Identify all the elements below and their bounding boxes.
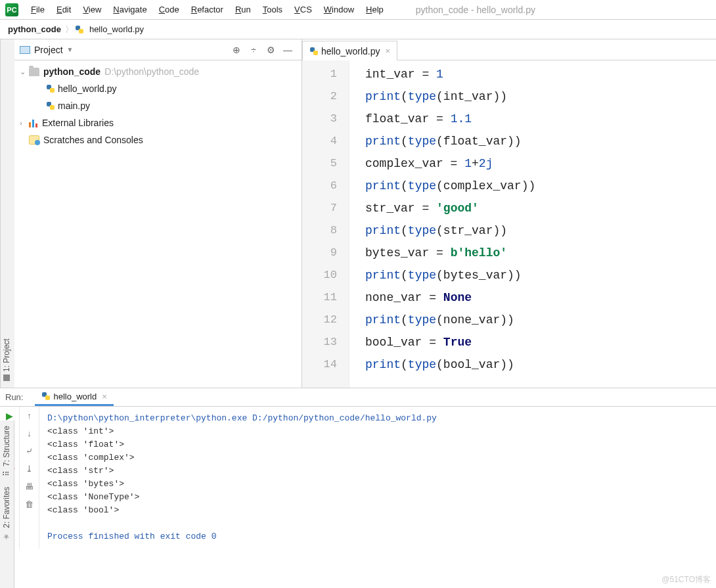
menu-run[interactable]: Run	[229, 2, 257, 17]
run-label: Run:	[5, 392, 23, 402]
run-tool-window: Run: hello_world × ▶ ■ ⧉ 📌 ↑ ↓ ⤶ ⤓ 🖶 🗑 D…	[0, 388, 716, 549]
project-tree: ⌄ python_code D:\python\python_code hell…	[14, 60, 302, 151]
menu-help[interactable]: Help	[360, 2, 390, 17]
down-icon[interactable]: ↓	[27, 428, 32, 438]
tree-file[interactable]: main.py	[14, 97, 302, 114]
run-toolbar-secondary: ↑ ↓ ⤶ ⤓ 🖶 🗑	[20, 407, 39, 549]
editor: hello_world.py × 1234567891011121314 int…	[302, 39, 716, 388]
tree-root[interactable]: ⌄ python_code D:\python\python_code	[14, 63, 302, 80]
menu-bar: PC FileEditViewNavigateCodeRefactorRunTo…	[0, 0, 716, 20]
gear-icon[interactable]: ⚙	[263, 43, 278, 57]
python-file-icon	[75, 25, 84, 34]
navigation-bar: python_code 〉 hello_world.py	[0, 20, 716, 39]
libraries-icon	[29, 118, 38, 127]
left-bottom-rail: ⠿7: Structure ★2: Favorites	[0, 420, 14, 588]
menu-tools[interactable]: Tools	[257, 2, 288, 17]
run-tab[interactable]: hello_world ×	[35, 389, 113, 406]
clear-icon[interactable]: 🗑	[25, 499, 34, 509]
up-icon[interactable]: ↑	[27, 411, 32, 420]
hide-icon[interactable]: —	[280, 43, 295, 57]
editor-tabs: hello_world.py ×	[302, 39, 716, 60]
scratches-icon	[29, 135, 39, 145]
line-gutter: 1234567891011121314	[302, 60, 349, 388]
menu-window[interactable]: Window	[318, 2, 360, 17]
expand-icon[interactable]: ›	[20, 119, 29, 127]
menu-edit[interactable]: Edit	[51, 2, 77, 17]
project-panel: Project ▼ ⊕ ÷ ⚙ — ⌄ python_code D:\pytho…	[14, 39, 302, 388]
menu-refactor[interactable]: Refactor	[185, 2, 229, 17]
chevron-down-icon[interactable]: ▼	[67, 46, 74, 53]
console-output[interactable]: D:\python\python_interpreter\python.exe …	[39, 407, 716, 549]
chevron-right-icon: 〉	[64, 24, 75, 35]
close-icon[interactable]: ×	[102, 392, 107, 401]
rerun-icon[interactable]: ▶	[6, 411, 13, 421]
print-icon[interactable]: 🖶	[25, 482, 34, 491]
locate-icon[interactable]: ⊕	[229, 43, 244, 57]
tree-external-libraries[interactable]: › External Libraries	[14, 114, 302, 131]
soft-wrap-icon[interactable]: ⤶	[26, 446, 33, 456]
editor-tab[interactable]: hello_world.py ×	[302, 41, 397, 60]
menu-file[interactable]: File	[25, 2, 51, 17]
tree-scratches[interactable]: Scratches and Consoles	[14, 131, 302, 148]
folder-icon	[29, 68, 39, 76]
pycharm-icon: PC	[5, 3, 18, 16]
watermark: @51CTO博客	[661, 574, 711, 585]
code-editor[interactable]: 1234567891011121314 int_var = 1print(typ…	[302, 60, 716, 388]
project-panel-header: Project ▼ ⊕ ÷ ⚙ —	[14, 39, 302, 60]
python-file-icon	[46, 84, 55, 93]
python-file-icon	[41, 392, 51, 401]
project-panel-title[interactable]: Project	[34, 45, 63, 55]
structure-tool-tab[interactable]: ⠿7: Structure	[0, 420, 13, 482]
window-title: python_code - hello_world.py	[416, 5, 535, 15]
collapse-icon[interactable]: ÷	[246, 43, 261, 57]
scroll-to-end-icon[interactable]: ⤓	[26, 464, 33, 474]
close-icon[interactable]: ×	[386, 46, 391, 56]
menu-view[interactable]: View	[77, 2, 107, 17]
menu-code[interactable]: Code	[153, 2, 185, 17]
python-file-icon	[46, 101, 55, 110]
menu-vcs[interactable]: VCS	[288, 2, 318, 17]
python-file-icon	[309, 47, 319, 56]
run-header: Run: hello_world ×	[0, 388, 716, 407]
breadcrumb-project[interactable]: python_code	[5, 24, 64, 34]
breadcrumb-file[interactable]: hello_world.py	[87, 24, 146, 34]
code-content[interactable]: int_var = 1print(type(int_var))float_var…	[349, 60, 716, 388]
left-tool-rail: 1: Project	[0, 39, 14, 388]
menu-navigate[interactable]: Navigate	[107, 2, 152, 17]
favorites-tool-tab[interactable]: ★2: Favorites	[0, 482, 13, 547]
project-view-icon	[20, 46, 30, 54]
expand-icon[interactable]: ⌄	[20, 68, 29, 76]
project-tool-tab[interactable]: 1: Project	[2, 338, 13, 384]
tree-file[interactable]: hello_world.py	[14, 80, 302, 97]
